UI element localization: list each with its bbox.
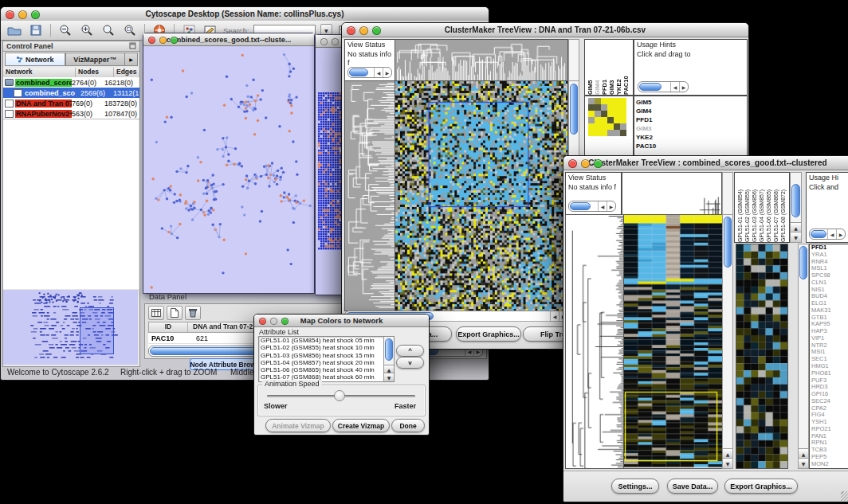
scroll-down-icon[interactable]: ▼ bbox=[723, 458, 732, 468]
cytoscape-titlebar[interactable]: Cytoscape Desktop (Session Name: collins… bbox=[1, 7, 489, 21]
column-id[interactable]: ID bbox=[149, 322, 188, 332]
matrix-column-label[interactable]: GIM3 bbox=[608, 40, 615, 95]
scroll-right-icon[interactable]: ▶ bbox=[383, 68, 391, 77]
zoom-window-icon[interactable] bbox=[281, 318, 289, 325]
gene-label[interactable]: SEC1 bbox=[810, 356, 848, 363]
column-network[interactable]: Network bbox=[3, 68, 76, 77]
zoom-out-icon[interactable] bbox=[57, 23, 74, 38]
vscroll-thumb[interactable] bbox=[791, 184, 800, 217]
row-dendrogram[interactable] bbox=[565, 214, 624, 469]
hscroll-thumb[interactable] bbox=[349, 68, 368, 76]
minimize-icon[interactable] bbox=[581, 159, 590, 168]
gene-label[interactable]: FIG4 bbox=[810, 412, 848, 419]
attribute-list-item[interactable]: GPL51-02 (GSM855) heat shock 10 min bbox=[259, 344, 394, 351]
gene-label[interactable]: PEP5 bbox=[810, 454, 848, 461]
gene-label[interactable]: BUD4 bbox=[810, 293, 848, 300]
similarity-matrix[interactable] bbox=[588, 98, 626, 136]
minimize-icon[interactable] bbox=[359, 26, 368, 35]
gene-label[interactable]: PFD1 bbox=[810, 244, 848, 252]
close-icon[interactable] bbox=[347, 26, 355, 35]
scroll-right-icon[interactable]: ▶ bbox=[679, 82, 688, 92]
gene-label[interactable]: HRD3 bbox=[810, 384, 848, 391]
gene-label[interactable]: MON2 bbox=[810, 461, 848, 468]
minimize-icon[interactable] bbox=[270, 318, 277, 325]
minimize-icon[interactable] bbox=[159, 37, 167, 44]
new-attribute-icon[interactable] bbox=[167, 306, 183, 320]
gene-label[interactable]: HAP3 bbox=[810, 328, 848, 335]
scroll-down-icon[interactable]: ▼ bbox=[799, 458, 808, 468]
zoom-selected-icon[interactable] bbox=[121, 23, 139, 38]
select-attributes-icon[interactable] bbox=[148, 306, 164, 320]
gene-label[interactable]: ELG1 bbox=[810, 300, 848, 307]
vscroll-thumb[interactable] bbox=[570, 84, 578, 135]
gene-label[interactable]: MSL1 bbox=[810, 265, 848, 272]
tab-network[interactable]: Network bbox=[5, 53, 65, 66]
scroll-left-icon[interactable]: ◀ bbox=[550, 311, 559, 321]
gene-label[interactable]: GTB1 bbox=[810, 315, 848, 322]
view-status-hscrollbar[interactable]: ◀ ▶ bbox=[568, 201, 616, 212]
treeview2-titlebar[interactable]: ClusterMaker TreeView : combined_scores_… bbox=[563, 156, 848, 170]
tabs-more-icon[interactable]: ▶ bbox=[125, 53, 138, 66]
cluster-heatmap[interactable] bbox=[623, 214, 723, 469]
matrix-column-label[interactable]: PFD1 bbox=[601, 40, 608, 95]
array-column-label[interactable]: GPL51-08 (GSM872) bbox=[779, 173, 787, 242]
usage-hints-hscrollbar[interactable]: ◀ ▶ bbox=[809, 229, 846, 240]
minimize-icon[interactable] bbox=[18, 10, 27, 19]
column-dendrogram[interactable] bbox=[622, 172, 722, 215]
column-nodes[interactable]: Nodes bbox=[76, 68, 114, 77]
dialog-titlebar[interactable]: Map Colors to Network bbox=[254, 315, 429, 327]
gene-label[interactable]: HMG1 bbox=[810, 363, 848, 370]
labels-vscrollbar[interactable]: ▲ ▼ bbox=[790, 172, 802, 243]
array-column-label[interactable]: GPL51-06 (GSM865) bbox=[765, 173, 772, 242]
matrix-row-label[interactable]: YKE2 bbox=[634, 133, 747, 142]
birds-eye-view[interactable] bbox=[3, 290, 138, 365]
scroll-left-icon[interactable]: ◀ bbox=[374, 68, 383, 77]
scroll-down-icon[interactable]: ▼ bbox=[791, 232, 801, 242]
zoom-window-icon[interactable] bbox=[594, 159, 603, 168]
matrix-column-label[interactable]: PAC10 bbox=[622, 40, 630, 95]
zoom-fit-icon[interactable] bbox=[100, 23, 117, 38]
gene-label[interactable]: RPN1 bbox=[810, 440, 848, 447]
matrix-row-label[interactable]: GIM3 bbox=[634, 124, 747, 133]
network-table-row[interactable]: combined_sco 2569(6) 13112(15) bbox=[3, 88, 139, 98]
done-button[interactable]: Done bbox=[391, 419, 425, 432]
open-session-icon[interactable] bbox=[6, 23, 23, 38]
tab-vizmapper[interactable]: VizMapper™ bbox=[65, 53, 126, 66]
gene-label[interactable]: PAN1 bbox=[810, 433, 848, 440]
zoomed-heatmap[interactable] bbox=[736, 244, 788, 469]
scroll-left-icon[interactable]: ◀ bbox=[670, 82, 679, 92]
zoom-window-icon[interactable] bbox=[372, 26, 381, 35]
matrix-row-label[interactable]: GIM4 bbox=[634, 107, 747, 115]
close-icon[interactable] bbox=[148, 37, 155, 44]
vscroll-thumb[interactable] bbox=[799, 246, 807, 279]
move-attribute-up-button[interactable]: ^ bbox=[396, 345, 424, 357]
attribute-list-vscrollbar[interactable]: ▲ ▼ bbox=[383, 337, 394, 381]
gene-label[interactable]: KAP95 bbox=[810, 321, 848, 328]
animate-vizmap-button[interactable]: Animate Vizmap bbox=[265, 419, 331, 432]
hscroll-thumb[interactable] bbox=[639, 83, 662, 91]
delete-attribute-icon[interactable] bbox=[185, 306, 201, 320]
matrix-column-label[interactable]: GIM4 bbox=[594, 40, 601, 95]
gene-label[interactable]: TCB3 bbox=[810, 447, 848, 454]
save-data-button[interactable]: Save Data... bbox=[667, 479, 718, 494]
treeview1-titlebar[interactable]: ClusterMaker TreeView : DNA and Tran 07-… bbox=[342, 23, 748, 37]
network-table-row[interactable]: RNAPuberNov2+! 563(0) 107847(0) bbox=[3, 108, 139, 119]
matrix-column-label[interactable]: YKE2 bbox=[615, 40, 622, 95]
network-view-titlebar[interactable]: combined_scores_good.txt--cluste... bbox=[143, 33, 314, 46]
gene-label[interactable]: VIP1 bbox=[810, 335, 848, 342]
attribute-list-item[interactable]: GPL51-03 (GSM856) heat shock 15 min bbox=[259, 352, 394, 359]
gene-label[interactable]: RNR4 bbox=[810, 259, 848, 266]
usage-hints-hscrollbar[interactable]: ◀ ▶ bbox=[638, 81, 689, 92]
gene-label[interactable]: YSH1 bbox=[810, 419, 848, 426]
close-icon[interactable] bbox=[320, 38, 328, 45]
hscroll-thumb[interactable] bbox=[570, 202, 591, 210]
column-edges[interactable]: Edges bbox=[114, 68, 139, 77]
gene-label[interactable]: MAK31 bbox=[810, 307, 848, 315]
cluster-heatmap[interactable] bbox=[395, 80, 568, 311]
row-dendrogram[interactable] bbox=[344, 80, 395, 311]
gene-label[interactable]: PUF3 bbox=[810, 377, 848, 385]
network-graph-canvas[interactable] bbox=[143, 46, 312, 292]
resize-grip[interactable] bbox=[841, 491, 848, 501]
gene-label[interactable]: SEC24 bbox=[810, 398, 848, 405]
minimize-icon[interactable] bbox=[332, 38, 339, 45]
